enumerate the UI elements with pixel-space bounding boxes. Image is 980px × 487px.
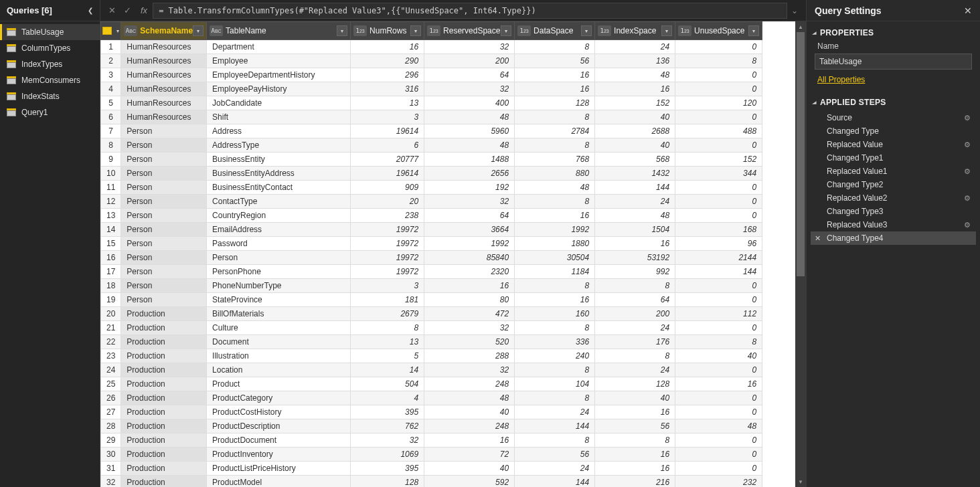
row-number[interactable]: 5	[101, 96, 121, 110]
cell[interactable]: 0	[675, 433, 762, 448]
cell[interactable]: Person	[121, 265, 207, 279]
cell[interactable]: Person	[121, 279, 207, 293]
cell[interactable]: 8	[515, 321, 595, 335]
cell[interactable]: 128	[515, 96, 595, 110]
table-row[interactable]: 27ProductionProductCostHistory3954024160	[101, 405, 762, 419]
query-item[interactable]: MemConsumers	[0, 72, 100, 88]
scroll-up-icon[interactable]: ▲	[795, 21, 806, 32]
cell[interactable]: 0	[675, 181, 762, 195]
cell[interactable]: 14	[351, 363, 424, 377]
cell[interactable]: 504	[351, 377, 424, 391]
applied-step[interactable]: Replaced Value3⚙	[811, 218, 976, 231]
cell[interactable]: 0	[675, 363, 762, 377]
cell[interactable]: Password	[207, 237, 351, 251]
cell[interactable]: 64	[595, 293, 675, 307]
cell[interactable]: 3	[351, 110, 424, 124]
delete-step-icon[interactable]: ✕	[815, 234, 821, 243]
cell[interactable]: ProductDescription	[207, 419, 351, 433]
column-filter-icon[interactable]: ▾	[501, 25, 511, 36]
column-filter-icon[interactable]: ▾	[337, 25, 347, 36]
cell[interactable]: 1992	[424, 237, 515, 251]
row-number[interactable]: 28	[101, 419, 121, 433]
table-row[interactable]: 4HumanResourcesEmployeePayHistory3163216…	[101, 82, 762, 96]
cell[interactable]: 56	[515, 448, 595, 462]
cell[interactable]: BusinessEntityAddress	[207, 167, 351, 181]
cell[interactable]: 40	[595, 138, 675, 153]
cell[interactable]: 240	[515, 349, 595, 363]
cell[interactable]: 16	[595, 237, 675, 251]
table-row[interactable]: 5HumanResourcesJobCandidate1340012815212…	[101, 96, 762, 110]
cell[interactable]: 1880	[515, 237, 595, 251]
cell[interactable]: 8	[515, 138, 595, 153]
cell[interactable]: 0	[675, 195, 762, 209]
cell[interactable]: Person	[121, 223, 207, 237]
cell[interactable]: Product	[207, 377, 351, 391]
row-number[interactable]: 18	[101, 279, 121, 293]
cell[interactable]: Person	[121, 293, 207, 307]
cell[interactable]: Person	[121, 181, 207, 195]
cell[interactable]: Production	[121, 307, 207, 321]
cell[interactable]: Employee	[207, 54, 351, 68]
grid-scroll[interactable]: ▾ABCSchemaName▾ABCTableName▾123NumRows▾1…	[100, 21, 795, 487]
row-number[interactable]: 22	[101, 335, 121, 349]
row-number[interactable]: 32	[101, 476, 121, 488]
cell[interactable]: 104	[515, 377, 595, 391]
cell[interactable]: 96	[675, 237, 762, 251]
cell[interactable]: 1504	[595, 223, 675, 237]
cell[interactable]: 181	[351, 293, 424, 307]
cell[interactable]: 48	[595, 68, 675, 82]
cell[interactable]: ContactType	[207, 195, 351, 209]
cell[interactable]: 144	[675, 265, 762, 279]
collapse-queries-icon[interactable]: ❮	[88, 7, 93, 14]
all-properties-link[interactable]: All Properties	[807, 74, 980, 91]
cell[interactable]: 48	[515, 181, 595, 195]
cell[interactable]: EmailAddress	[207, 223, 351, 237]
cell[interactable]: 24	[595, 40, 675, 54]
cell[interactable]: Shift	[207, 110, 351, 124]
applied-step[interactable]: Replaced Value2⚙	[811, 191, 976, 205]
cell[interactable]: 19972	[351, 223, 424, 237]
cell[interactable]: 488	[675, 124, 762, 138]
cell[interactable]: 48	[595, 209, 675, 223]
cell[interactable]: 1488	[424, 153, 515, 167]
cell[interactable]: 24	[515, 462, 595, 476]
cell[interactable]: 128	[595, 377, 675, 391]
cell[interactable]: 48	[675, 419, 762, 433]
gear-icon[interactable]: ⚙	[964, 221, 971, 229]
cell[interactable]: Location	[207, 363, 351, 377]
cell[interactable]: 16	[424, 279, 515, 293]
row-number[interactable]: 26	[101, 391, 121, 405]
cell[interactable]: Person	[121, 251, 207, 265]
row-number[interactable]: 15	[101, 237, 121, 251]
row-number[interactable]: 24	[101, 363, 121, 377]
row-number[interactable]: 21	[101, 321, 121, 335]
cell[interactable]: AddressType	[207, 138, 351, 153]
cell[interactable]: 3664	[424, 223, 515, 237]
cell[interactable]: 152	[595, 96, 675, 110]
cell[interactable]: 8	[595, 349, 675, 363]
cell[interactable]: 16	[515, 68, 595, 82]
cell[interactable]: 8	[515, 433, 595, 448]
cell[interactable]: ProductListPriceHistory	[207, 462, 351, 476]
table-row[interactable]: 20ProductionBillOfMaterials2679472160200…	[101, 307, 762, 321]
row-number[interactable]: 30	[101, 448, 121, 462]
column-filter-icon[interactable]: ▾	[661, 25, 672, 36]
table-row[interactable]: 8PersonAddressType6488400	[101, 138, 762, 153]
cell[interactable]: 568	[595, 153, 675, 167]
cell[interactable]: 200	[424, 54, 515, 68]
row-number[interactable]: 4	[101, 82, 121, 96]
close-settings-icon[interactable]: ✕	[964, 5, 972, 16]
query-name-input[interactable]	[815, 54, 972, 70]
cell[interactable]: Address	[207, 124, 351, 138]
cell[interactable]: 0	[675, 209, 762, 223]
row-number[interactable]: 19	[101, 293, 121, 307]
row-number[interactable]: 25	[101, 377, 121, 391]
cell[interactable]: 120	[675, 96, 762, 110]
cell[interactable]: 24	[595, 195, 675, 209]
applied-step[interactable]: Changed Type2	[811, 178, 976, 191]
cell[interactable]: 20	[351, 195, 424, 209]
cell[interactable]: 8	[515, 391, 595, 405]
cell[interactable]: 48	[424, 391, 515, 405]
applied-step[interactable]: Changed Type3	[811, 205, 976, 218]
cell[interactable]: 8	[515, 363, 595, 377]
